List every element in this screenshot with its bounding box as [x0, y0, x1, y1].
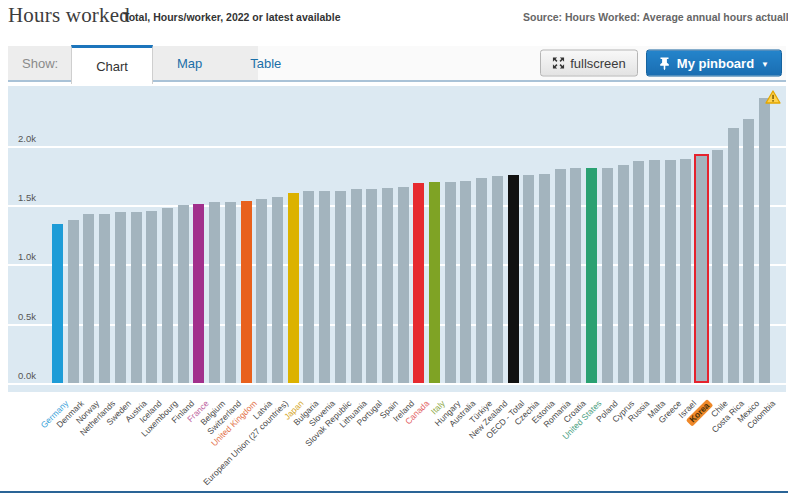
bar-austria[interactable] [131, 212, 142, 383]
bar-united-states[interactable] [586, 168, 597, 383]
bar-italy[interactable] [429, 182, 440, 383]
y-tick-2.0k: 2.0k [8, 133, 36, 144]
bar-chile[interactable] [712, 150, 723, 383]
bar-new-zealand[interactable] [492, 176, 503, 383]
bar-denmark[interactable] [68, 220, 79, 383]
bar-romania[interactable] [555, 169, 566, 383]
bars-layer [52, 86, 770, 385]
bar-united-kingdom[interactable] [241, 201, 252, 383]
bar-korea[interactable] [694, 154, 709, 383]
y-tick-0.0k: 0.0k [8, 370, 36, 381]
bar-belgium[interactable] [209, 202, 220, 383]
bar-portugal[interactable] [366, 189, 377, 383]
tab-chart[interactable]: Chart [71, 45, 153, 84]
page-title: Hours worked [8, 3, 130, 28]
chart-subtitle: Total, Hours/worker, 2022 or latest avai… [123, 11, 340, 23]
bar-european-union-27-countries[interactable] [272, 197, 283, 383]
footer-divider [0, 491, 788, 493]
toolbar: fullscreen My pinboard ▼ [540, 50, 782, 77]
tab-map[interactable]: Map [153, 46, 226, 80]
bar-germany[interactable] [52, 224, 63, 383]
bar-mexico[interactable] [743, 119, 754, 383]
bar-russia[interactable] [633, 161, 644, 383]
bar-cyprus[interactable] [618, 165, 629, 383]
bar-luxembourg[interactable] [162, 208, 173, 383]
bar-switzerland[interactable] [225, 202, 236, 383]
bar-malta[interactable] [649, 160, 660, 383]
bar-croatia[interactable] [570, 168, 581, 383]
warning-icon[interactable] [765, 90, 781, 104]
tab-table[interactable]: Table [226, 46, 305, 80]
bar-estonia[interactable] [539, 174, 550, 383]
bar-iceland[interactable] [146, 211, 157, 383]
bar-slovenia[interactable] [319, 191, 330, 383]
chart-plot-area: 0.0k0.5k1.0k1.5k2.0k [8, 86, 786, 392]
y-tick-1.0k: 1.0k [8, 251, 36, 262]
pinboard-label: My pinboard [677, 56, 754, 71]
bar-canada[interactable] [413, 183, 424, 383]
bar-latvia[interactable] [256, 199, 267, 383]
bar-czechia[interactable] [523, 175, 534, 383]
bar-hungary[interactable] [445, 182, 456, 383]
pinboard-button[interactable]: My pinboard ▼ [646, 50, 782, 77]
view-switcher-bar: Show: Chart Map Table fullscreen My pinb… [8, 46, 786, 82]
bar-colombia[interactable] [759, 98, 770, 383]
bar-ireland[interactable] [398, 187, 409, 383]
source-note: Source: Hours Worked: Average annual hou… [523, 11, 788, 23]
bar-t-rkiye[interactable] [476, 178, 487, 383]
y-tick-0.5k: 0.5k [8, 311, 36, 322]
y-tick-1.5k: 1.5k [8, 192, 36, 203]
bar-japan[interactable] [288, 193, 299, 383]
x-axis-labels: GermanyDenmarkNorwayNetherlandsSwedenAus… [8, 392, 786, 490]
bar-greece[interactable] [665, 160, 676, 383]
fullscreen-icon [552, 57, 565, 70]
bar-netherlands[interactable] [99, 214, 110, 383]
bar-poland[interactable] [602, 168, 613, 383]
tab-group: Show: Chart Map Table [8, 46, 258, 80]
bar-finland[interactable] [178, 205, 189, 383]
bar-costa-rica[interactable] [728, 128, 739, 383]
fullscreen-button[interactable]: fullscreen [540, 50, 638, 77]
bar-israel[interactable] [680, 159, 691, 383]
show-label: Show: [8, 46, 71, 80]
bar-slovak-republic[interactable] [335, 191, 346, 383]
bar-australia[interactable] [460, 181, 471, 383]
chevron-down-icon: ▼ [761, 58, 769, 68]
pin-icon [659, 56, 670, 70]
bar-oecd-total[interactable] [508, 175, 519, 383]
bar-norway[interactable] [83, 214, 94, 383]
bar-france[interactable] [193, 204, 204, 383]
bar-sweden[interactable] [115, 212, 126, 383]
bar-bulgaria[interactable] [303, 191, 314, 383]
bar-spain[interactable] [382, 188, 393, 383]
bar-lithuania[interactable] [351, 189, 362, 383]
fullscreen-label: fullscreen [570, 56, 626, 71]
